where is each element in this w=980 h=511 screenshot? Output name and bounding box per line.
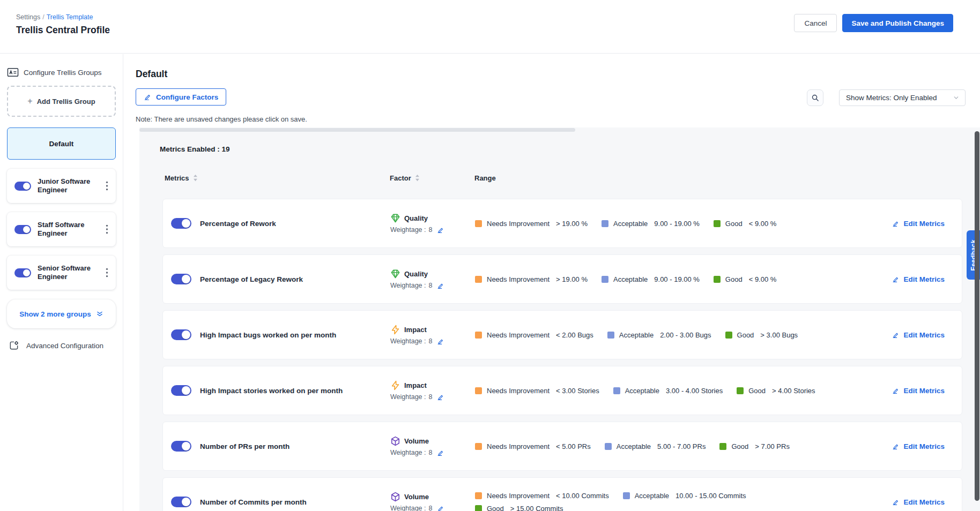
edit-weightage-icon[interactable] [437, 449, 444, 456]
save-publish-button[interactable]: Save and Publish Changes [842, 14, 953, 32]
edit-metrics-link[interactable]: Edit Metrics [892, 331, 945, 339]
range-color-swatch [475, 443, 482, 450]
edit-metrics-link[interactable]: Edit Metrics [892, 498, 945, 506]
range-good: Good < 9.00 % [714, 275, 777, 283]
edit-weightage-icon[interactable] [437, 394, 444, 401]
trellis-groups-icon [7, 67, 19, 78]
factor-name: Quality [404, 270, 428, 278]
factor-cell: Impact Weightage : 8 [390, 380, 475, 401]
edit-pencil-icon [144, 93, 151, 101]
group-enable-toggle[interactable] [14, 268, 31, 277]
metric-name: High Impact bugs worked on per month [200, 331, 336, 339]
edit-metrics-link[interactable]: Edit Metrics [892, 442, 945, 450]
edit-weightage-icon[interactable] [437, 505, 444, 511]
column-header-metrics[interactable]: Metrics [165, 174, 390, 182]
weightage-label: Weightage : [390, 449, 426, 456]
metric-name: Number of PRs per month [200, 442, 289, 450]
range-color-swatch [475, 276, 482, 283]
kebab-menu-icon[interactable] [102, 267, 112, 279]
metrics-rows: Percentage of Rework Quality Weightage :… [162, 199, 962, 511]
sort-icon[interactable] [415, 174, 420, 182]
breadcrumb: Settings/Trellis Template [16, 13, 93, 21]
plus-icon: + [27, 96, 32, 106]
metric-enable-toggle[interactable] [171, 329, 191, 340]
edit-weightage-icon[interactable] [437, 282, 444, 289]
edit-pencil-icon [892, 276, 899, 283]
edit-weightage-icon[interactable] [437, 338, 444, 345]
range-color-swatch [613, 387, 620, 394]
show-metrics-dropdown[interactable]: Show Metrics: Only Enabled [839, 89, 966, 106]
weightage-value: 8 [428, 337, 432, 345]
range-cell: Needs Improvement < 10.00 Commits Accept… [475, 492, 840, 511]
factor-name: Volume [404, 437, 429, 445]
volume-icon [390, 492, 400, 502]
breadcrumb-trellis-template[interactable]: Trellis Template [47, 13, 93, 21]
metric-name: Number of Commits per month [200, 498, 307, 506]
volume-icon [390, 436, 400, 446]
group-name: Staff Software Engineer [38, 221, 95, 238]
trellis-group-list: Junior Software Engineer Staff Software … [7, 169, 116, 290]
edit-pencil-icon [892, 387, 899, 394]
range-needs-improvement: Needs Improvement < 3.00 Stories [475, 387, 599, 395]
metric-enable-toggle[interactable] [171, 274, 191, 284]
metric-name: Percentage of Rework [200, 220, 276, 228]
factor-name: Volume [404, 493, 429, 501]
metric-enable-toggle[interactable] [171, 441, 191, 452]
range-needs-improvement: Needs Improvement < 5.00 PRs [475, 442, 591, 450]
edit-metrics-link[interactable]: Edit Metrics [892, 220, 945, 228]
range-good: Good > 15.00 Commits [475, 505, 563, 511]
show-more-groups-button[interactable]: Show 2 more groups [7, 299, 116, 328]
advanced-configuration-link[interactable]: Advanced Configuration [7, 340, 116, 351]
edit-metrics-link[interactable]: Edit Metrics [892, 275, 945, 283]
group-enable-toggle[interactable] [14, 225, 31, 234]
sidebar-item-staff-software-engineer[interactable]: Staff Software Engineer [7, 212, 116, 246]
sidebar-section-title: Configure Trellis Groups [24, 69, 102, 77]
page-title: Trellis Central Profile [16, 25, 110, 36]
metric-enable-toggle[interactable] [171, 218, 191, 229]
metric-row: Number of PRs per month Volume Weightage… [162, 422, 962, 471]
add-trellis-group-button[interactable]: + Add Trellis Group [7, 86, 116, 117]
range-good: Good > 3.00 Bugs [725, 331, 798, 339]
sort-icon[interactable] [193, 174, 198, 182]
weightage-value: 8 [428, 226, 432, 234]
dropdown-value: Show Metrics: Only Enabled [846, 94, 953, 102]
edit-weightage-icon[interactable] [437, 227, 444, 234]
sidebar-item-default[interactable]: Default [7, 127, 116, 160]
range-color-swatch [475, 505, 482, 511]
column-header-factor[interactable]: Factor [390, 174, 474, 182]
weightage-value: 8 [428, 282, 432, 289]
quality-icon [390, 269, 400, 279]
range-needs-improvement: Needs Improvement < 2.00 Bugs [475, 331, 593, 339]
metric-row: Number of Commits per month Volume Weigh… [162, 477, 962, 511]
range-acceptable: Acceptable 3.00 - 4.00 Stories [613, 387, 723, 395]
metric-enable-toggle[interactable] [171, 385, 191, 396]
metric-enable-toggle[interactable] [171, 497, 191, 507]
breadcrumb-settings[interactable]: Settings [16, 13, 40, 21]
cancel-button[interactable]: Cancel [794, 14, 837, 32]
sidebar-item-senior-software-engineer[interactable]: Senior Software Engineer [7, 255, 116, 290]
group-enable-toggle[interactable] [14, 182, 31, 191]
impact-icon [390, 380, 400, 390]
double-chevron-down-icon [96, 310, 103, 318]
range-color-swatch [623, 492, 630, 499]
range-color-swatch [602, 276, 608, 283]
kebab-menu-icon[interactable] [102, 223, 112, 235]
search-button[interactable] [807, 89, 823, 106]
vertical-scrollbar-thumb[interactable] [975, 131, 979, 501]
edit-metrics-link[interactable]: Edit Metrics [892, 387, 945, 395]
range-needs-improvement: Needs Improvement > 19.00 % [475, 220, 588, 228]
horizontal-scrollbar[interactable] [139, 128, 575, 132]
kebab-menu-icon[interactable] [102, 180, 112, 192]
weightage-label: Weightage : [390, 226, 426, 234]
top-header: Settings/Trellis Template Trellis Centra… [0, 0, 980, 54]
factor-cell: Quality Weightage : 8 [390, 213, 475, 234]
range-cell: Needs Improvement < 3.00 Stories Accepta… [475, 387, 840, 395]
range-cell: Needs Improvement < 5.00 PRs Acceptable … [475, 442, 840, 450]
impact-icon [390, 325, 400, 335]
range-color-swatch [737, 387, 744, 394]
factor-name: Impact [404, 326, 427, 334]
sidebar-item-junior-software-engineer[interactable]: Junior Software Engineer [7, 169, 116, 203]
factor-cell: Volume Weightage : 8 [390, 436, 475, 456]
configure-factors-button[interactable]: Configure Factors [136, 88, 226, 106]
edit-pencil-icon [892, 332, 899, 339]
